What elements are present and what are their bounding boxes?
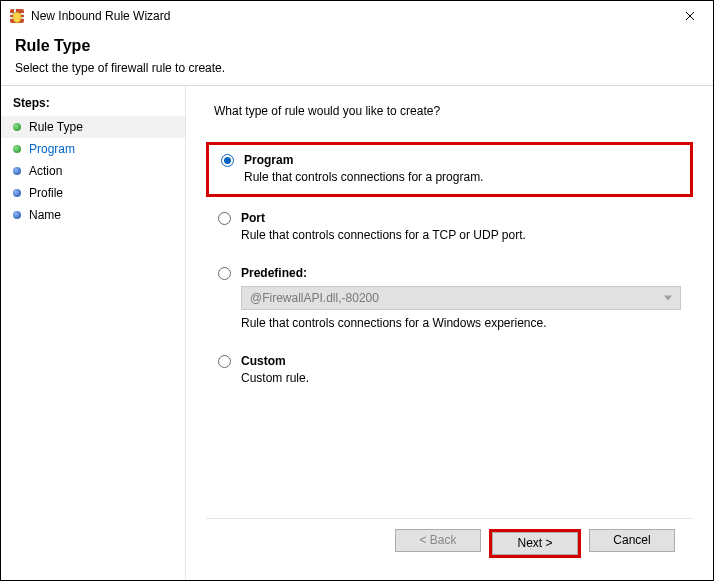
close-button[interactable] <box>669 2 711 30</box>
rule-type-prompt: What type of rule would you like to crea… <box>214 104 693 118</box>
option-custom[interactable]: Custom Custom rule. <box>206 346 693 395</box>
step-name[interactable]: Name <box>1 204 185 226</box>
option-program[interactable]: Program Rule that controls connections f… <box>206 142 693 197</box>
bullet-icon <box>13 189 21 197</box>
bullet-icon <box>13 167 21 175</box>
content-area: Steps: Rule Type Program Action Profile … <box>1 86 713 580</box>
step-label: Profile <box>29 186 63 200</box>
wizard-footer: < Back Next > Cancel <box>206 518 693 572</box>
radio-program[interactable] <box>221 154 234 167</box>
wizard-header: Rule Type Select the type of firewall ru… <box>1 31 713 85</box>
step-rule-type[interactable]: Rule Type <box>1 116 185 138</box>
title-bar: New Inbound Rule Wizard <box>1 1 713 31</box>
option-desc: Rule that controls connections for a pro… <box>244 170 483 184</box>
steps-sidebar: Steps: Rule Type Program Action Profile … <box>1 86 186 580</box>
step-action[interactable]: Action <box>1 160 185 182</box>
option-title: Predefined: <box>241 266 681 280</box>
option-title: Port <box>241 211 526 225</box>
radio-port[interactable] <box>218 212 231 225</box>
step-program[interactable]: Program <box>1 138 185 160</box>
cancel-button[interactable]: Cancel <box>589 529 675 552</box>
predefined-select: @FirewallAPI.dll,-80200 <box>241 286 681 310</box>
option-title: Custom <box>241 354 309 368</box>
option-desc: Custom rule. <box>241 371 309 385</box>
option-predefined[interactable]: Predefined: @FirewallAPI.dll,-80200 Rule… <box>206 258 693 340</box>
step-label: Name <box>29 208 61 222</box>
back-button: < Back <box>395 529 481 552</box>
next-button-highlight: Next > <box>489 529 581 558</box>
step-label: Action <box>29 164 62 178</box>
steps-header: Steps: <box>1 94 185 116</box>
step-label: Program <box>29 142 75 156</box>
page-title: Rule Type <box>15 37 699 55</box>
main-pane: What type of rule would you like to crea… <box>186 86 713 580</box>
option-title: Program <box>244 153 483 167</box>
rule-type-options: Program Rule that controls connections f… <box>206 142 693 518</box>
window-title: New Inbound Rule Wizard <box>31 9 669 23</box>
bullet-icon <box>13 123 21 131</box>
step-profile[interactable]: Profile <box>1 182 185 204</box>
bullet-icon <box>13 211 21 219</box>
option-desc: Rule that controls connections for a Win… <box>241 316 681 330</box>
radio-custom[interactable] <box>218 355 231 368</box>
option-port[interactable]: Port Rule that controls connections for … <box>206 203 693 252</box>
firewall-icon <box>9 8 25 24</box>
option-desc: Rule that controls connections for a TCP… <box>241 228 526 242</box>
bullet-icon <box>13 145 21 153</box>
next-button[interactable]: Next > <box>492 532 578 555</box>
radio-predefined[interactable] <box>218 267 231 280</box>
step-label: Rule Type <box>29 120 83 134</box>
page-subtitle: Select the type of firewall rule to crea… <box>15 61 699 75</box>
